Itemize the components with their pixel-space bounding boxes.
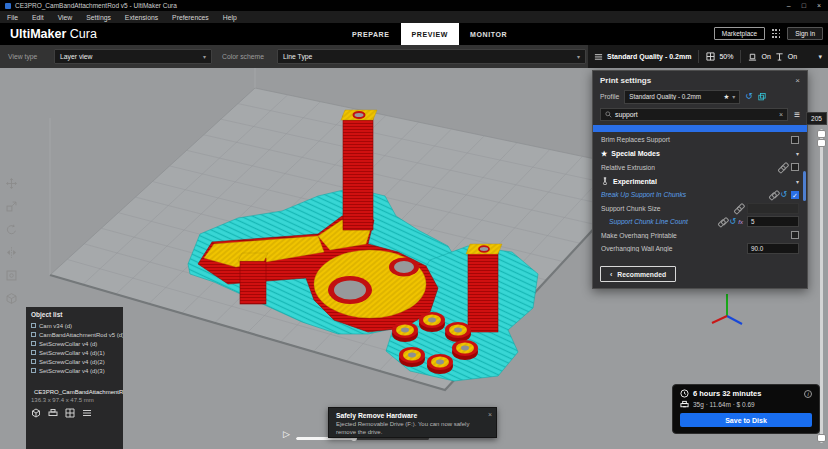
menu-extensions[interactable]: Extensions [118, 14, 165, 21]
print-config-bar[interactable]: Standard Quality - 0.2mm 50% On On ▾ [588, 45, 828, 68]
category-label: Special Modes [611, 150, 660, 157]
apps-grid-icon[interactable] [771, 29, 781, 39]
move-icon [5, 177, 18, 190]
setting-break-up-support-in-chunks[interactable]: Break Up Support In Chunks↺✓ [593, 188, 807, 202]
settings-search-input[interactable]: support × [600, 108, 788, 121]
cura-logo: UltiMaker Cura [10, 27, 97, 41]
project-name-row[interactable]: CE3PRO_CamBandAttachmentRod v5 [26, 388, 123, 395]
menu-view[interactable]: View [51, 14, 80, 21]
close-button[interactable]: × [817, 2, 821, 9]
setting-checkbox[interactable] [791, 231, 799, 239]
object-name: SetScrewCollar v4 (d) [39, 341, 97, 347]
cura-window: CE3PRO_CamBandAttachmentRod v5 - UltiMak… [0, 0, 828, 449]
settings-scrollbar[interactable] [803, 171, 806, 201]
object-name: CamBandAttachmentRod v5 (d) [39, 332, 123, 338]
model-icon [31, 368, 36, 373]
toast-close-icon[interactable]: × [488, 411, 492, 418]
per-model-settings-icon [5, 269, 18, 282]
config-adhesion: On [761, 53, 770, 60]
print-settings-title: Print settings [600, 76, 651, 85]
setting-relative-extrusion[interactable]: Relative Extrusion [593, 161, 807, 175]
profile-copy-icon[interactable] [758, 93, 766, 101]
setting-value-field[interactable]: 5 [747, 216, 799, 227]
clear-search-icon[interactable]: × [779, 111, 783, 118]
category-experimental[interactable]: Experimental▾ [593, 174, 807, 188]
config-support: On [788, 53, 797, 60]
grid-icon[interactable] [65, 408, 75, 418]
layer-number-box: 205 [806, 112, 827, 125]
support-blocker-button[interactable] [3, 291, 19, 306]
per-model-settings-button[interactable] [3, 268, 19, 283]
minimize-button[interactable]: – [787, 2, 791, 9]
tab-preview[interactable]: PREVIEW [401, 23, 459, 45]
profile-value: Standard Quality - 0.2mm [629, 93, 720, 100]
object-list-item[interactable]: SetScrewCollar v4 (d)(2) [26, 357, 123, 366]
revert-icon[interactable]: ↺ [780, 191, 787, 199]
setting-checkbox[interactable] [791, 136, 799, 144]
layer-slider-track[interactable] [820, 129, 823, 443]
setting-value-field[interactable] [747, 203, 799, 214]
color-scheme-dropdown[interactable]: Line Type ▾ [277, 49, 586, 64]
axis-indicator [712, 294, 742, 324]
setting-icons: ↺ [769, 191, 787, 199]
setting-label: Brim Replaces Support [601, 136, 785, 143]
scale-tool-button[interactable] [3, 199, 19, 214]
marketplace-button[interactable]: Marketplace [714, 27, 765, 40]
info-icon[interactable]: i [804, 390, 812, 398]
move-tool-button[interactable] [3, 176, 19, 191]
menu-bar: FileEditViewSettingsExtensionsPreference… [0, 11, 828, 23]
menu-help[interactable]: Help [216, 14, 244, 21]
category-special-modes[interactable]: ★Special Modes▾ [593, 147, 807, 161]
setting-brim-replaces-support[interactable]: Brim Replaces Support [593, 133, 807, 147]
layer-range-lower-handle[interactable] [817, 139, 826, 147]
list-icon[interactable] [82, 408, 92, 418]
object-list-item[interactable]: CamBandAttachmentRod v5 (d) [26, 330, 123, 339]
main-header: UltiMaker Cura PREPAREPREVIEWMONITOR Mar… [0, 23, 828, 45]
menu-settings[interactable]: Settings [79, 14, 118, 21]
maximize-button[interactable]: □ [802, 2, 806, 9]
printer-icon[interactable] [48, 408, 58, 418]
layer-slider-bottom-marker[interactable] [817, 434, 826, 442]
settings-menu-icon[interactable]: ≡ [794, 110, 800, 120]
tab-monitor[interactable]: MONITOR [459, 23, 518, 45]
star-icon: ★ [601, 150, 607, 157]
revert-icon[interactable]: ↺ [729, 218, 736, 226]
setting-label: Make Overhang Printable [601, 232, 785, 239]
menu-preferences[interactable]: Preferences [165, 14, 216, 21]
menu-edit[interactable]: Edit [25, 14, 51, 21]
object-list-item[interactable]: SetScrewCollar v4 (d) [26, 339, 123, 348]
quality-icon [594, 52, 603, 61]
search-row: support × ≡ [593, 108, 807, 121]
search-icon [605, 111, 612, 118]
close-panel-icon[interactable]: × [795, 76, 800, 85]
setting-checkbox[interactable]: ✓ [791, 191, 799, 199]
profile-dropdown[interactable]: Standard Quality - 0.2mm ★ ▾ [624, 90, 740, 104]
view-type-dropdown[interactable]: Layer view ▾ [54, 49, 212, 64]
mirror-tool-button[interactable] [3, 245, 19, 260]
setting-row-partial[interactable] [593, 125, 807, 132]
setting-value-field[interactable]: 90.0 [747, 243, 799, 254]
profile-revert-icon[interactable]: ↺ [745, 92, 753, 101]
setting-support-chunk-line-count[interactable]: Support Chunk Line Count↺fx5 [593, 215, 807, 229]
setting-make-overhang-printable[interactable]: Make Overhang Printable [593, 229, 807, 243]
save-to-disk-button[interactable]: Save to Disk [680, 413, 812, 427]
play-button[interactable]: ▷ [283, 430, 290, 439]
object-list-item[interactable]: Cam v34 (d) [26, 321, 123, 330]
flask-icon [601, 177, 609, 185]
chevron-down-icon: ▾ [732, 93, 735, 100]
object-list-header[interactable]: Object list [26, 309, 123, 321]
tab-prepare[interactable]: PREPARE [341, 23, 401, 45]
object-list-item[interactable]: SetScrewCollar v4 (d)(3) [26, 366, 123, 375]
object-list-item[interactable]: SetScrewCollar v4 (d)(1) [26, 348, 123, 357]
recommended-button[interactable]: ‹ Recommended [600, 266, 676, 282]
menu-file[interactable]: File [0, 14, 25, 21]
setting-checkbox[interactable] [791, 163, 799, 171]
setting-support-chunk-size[interactable]: Support Chunk Size [593, 202, 807, 216]
adhesion-icon [748, 52, 757, 61]
model-cube-icon[interactable] [31, 408, 41, 418]
sign-in-button[interactable]: Sign in [787, 27, 823, 40]
rotate-tool-button[interactable] [3, 222, 19, 237]
layer-range-upper-handle[interactable] [817, 130, 826, 138]
setting-overhanging-wall-angle[interactable]: Overhanging Wall Angle90.0 [593, 242, 807, 256]
link-icon [734, 204, 743, 212]
